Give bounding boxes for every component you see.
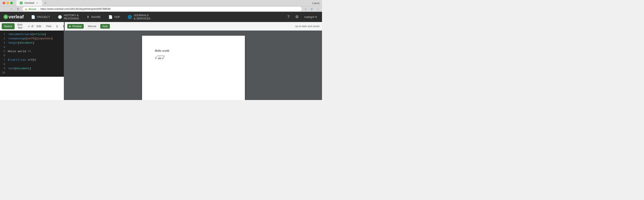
globe-icon: 🌐 <box>128 15 132 19</box>
nav-user-chevron: ▾ <box>315 15 317 19</box>
code-line-8 <box>8 62 62 66</box>
code-line-10 <box>8 71 62 75</box>
rich-text-tab[interactable]: Rich Text <box>15 23 25 29</box>
forward-button[interactable]: → <box>8 6 14 12</box>
manual-label: Manual <box>88 25 96 28</box>
source-tab[interactable]: Source <box>2 23 14 29</box>
nav-user[interactable]: mathgrrl ▾ <box>302 14 320 20</box>
traffic-lights <box>2 2 13 4</box>
preview-status: up-to-date and saved <box>295 25 320 28</box>
nav-item-project[interactable]: 📄 PROJECT <box>27 12 54 22</box>
code-line-6 <box>8 54 62 58</box>
auto-button[interactable]: Auto <box>100 24 110 29</box>
refresh-button[interactable]: ↻ <box>16 6 21 12</box>
code-line-7: $\sqrt{\sin x^2}$ <box>8 58 62 62</box>
nav-journals-sub: & SERVICES <box>134 17 150 20</box>
back-button[interactable]: ← <box>2 6 7 12</box>
settings-button[interactable]: ⚙ <box>293 13 301 21</box>
title-bar: O Overleaf ✕ + Laura <box>0 0 322 6</box>
lock-icon: 🔒 <box>25 8 27 10</box>
nav-item-journals[interactable]: 🌐 JOURNALS & SERVICES <box>124 12 154 22</box>
code-line-5: Hello world \\ <box>8 49 62 54</box>
nav-journals-text: JOURNALS & SERVICES <box>134 14 150 20</box>
nav-history-sub: REVISIONS <box>64 17 79 20</box>
editor-content: 1 2 3 4 5 6 7 8 9 10 <box>0 31 64 77</box>
help-button[interactable]: ? <box>284 13 292 21</box>
new-tab-icon: + <box>44 1 46 5</box>
nav-project-label: PROJECT <box>37 15 50 19</box>
compile-label: Preview <box>72 25 82 28</box>
url-separator: | <box>38 7 39 10</box>
line-num-10: 10 <box>0 71 7 75</box>
editor-toolbar: Source Rich Text ⤶ ↺ Edit Find § $ B I M… <box>0 22 64 31</box>
new-tab-button[interactable]: + <box>42 0 48 6</box>
line-num-3: 3 <box>0 41 7 45</box>
vimium-icon[interactable]: V <box>309 6 314 11</box>
insert-button[interactable]: ⤶ <box>28 23 30 29</box>
line-num-4: 4 <box>0 45 7 49</box>
nav-pdf-label: PDF <box>114 15 120 19</box>
logo-circle: O <box>4 14 8 19</box>
compile-button[interactable]: ▶ Preview <box>67 24 84 29</box>
address-bar-actions: ☆ V ⋮ <box>303 6 320 11</box>
code-lines: \documentclass{article} \usepackage[utf8… <box>7 31 64 77</box>
source-editor[interactable]: 1 2 3 4 5 6 7 8 9 10 <box>0 31 65 77</box>
cmd-end: \end <box>8 66 14 71</box>
code-line-3: \begin{document} <box>8 41 62 45</box>
secure-label: Secure <box>28 8 36 10</box>
sqrt-radicand: sin x2 <box>157 56 165 60</box>
history-icon: 🕐 <box>58 15 62 19</box>
math-expression: √sin x2 <box>155 56 165 60</box>
nav-history-text: HISTORY & REVISIONS <box>64 14 79 20</box>
code-line-4 <box>8 45 62 49</box>
share-icon: ⬆ <box>86 15 89 19</box>
code-line-2: \usepackage[utf8]{inputenc} <box>8 37 62 41</box>
nav-item-pdf[interactable]: 📄 PDF <box>104 12 124 22</box>
nav-journals-main: JOURNALS <box>134 14 150 17</box>
line-num-2: 2 <box>0 37 7 41</box>
browser-user: Laura <box>312 1 320 5</box>
preview-content: Hello world √sin x2 <box>65 31 322 100</box>
nav-item-history[interactable]: 🕐 HISTORY & REVISIONS <box>54 12 83 22</box>
preview-panel: ▶ Preview Manual Auto up-to-date and sav… <box>65 22 322 100</box>
line-num-6: 6 <box>0 54 7 58</box>
source-editor-container: Source Rich Text ⤶ ↺ Edit Find § $ B I M… <box>0 22 65 100</box>
overleaf-app: O verleaf 📄 PROJECT 🕐 HISTORY & REVISION… <box>0 12 322 100</box>
url-text: https://www.overleaf.com/18514016yyyhhdr… <box>40 7 111 10</box>
line-num-9: 9 <box>0 66 7 71</box>
minimize-button[interactable] <box>6 2 9 4</box>
logo-text: verleaf <box>8 14 24 20</box>
line-numbers: 1 2 3 4 5 6 7 8 9 10 <box>0 31 7 77</box>
edit-button[interactable]: Edit <box>34 23 44 29</box>
nav-right: ? ⚙ mathgrrl ▾ <box>284 13 322 21</box>
nav-username: mathgrrl <box>304 15 314 19</box>
pdf-math: √sin x2 <box>155 56 232 60</box>
cmd-begin: \begin <box>8 41 18 45</box>
tab-close-button[interactable]: ✕ <box>36 1 39 4</box>
code-line-9: \end{document} <box>8 66 62 71</box>
overleaf-nav: O verleaf 📄 PROJECT 🕐 HISTORY & REVISION… <box>0 12 322 22</box>
cmd-documentclass: \documentclass <box>8 32 31 37</box>
line-num-8: 8 <box>0 62 7 66</box>
project-icon: 📄 <box>31 15 35 19</box>
editor-area: Source Rich Text ⤶ ↺ Edit Find § $ B I M… <box>0 22 322 100</box>
fullscreen-button[interactable] <box>10 2 13 4</box>
nav-bar: ← → ↻ 🔒 Secure | https://www.overleaf.co… <box>0 6 322 12</box>
section-button[interactable]: § <box>54 23 60 29</box>
nav-share-label: SHARE <box>91 15 101 19</box>
nav-history-main: HISTORY & <box>64 14 79 17</box>
address-bar[interactable]: 🔒 Secure | https://www.overleaf.com/1851… <box>22 6 302 11</box>
nav-item-share[interactable]: ⬆ SHARE <box>83 12 104 22</box>
pdf-hello-world: Hello world <box>155 49 232 53</box>
find-button[interactable]: Find <box>44 23 54 29</box>
overleaf-logo[interactable]: O verleaf <box>0 14 27 20</box>
play-icon: ▶ <box>70 25 71 27</box>
undo-button[interactable]: ↺ <box>31 23 34 29</box>
close-button[interactable] <box>2 2 5 4</box>
active-tab[interactable]: O Overleaf ✕ <box>16 0 42 6</box>
cmd-usepackage: \usepackage <box>8 37 26 41</box>
more-options-button[interactable]: ⋮ <box>315 6 320 11</box>
tab-bar: O Overleaf ✕ + <box>16 0 48 6</box>
bookmark-button[interactable]: ☆ <box>303 6 308 11</box>
manual-button[interactable]: Manual <box>86 24 98 29</box>
